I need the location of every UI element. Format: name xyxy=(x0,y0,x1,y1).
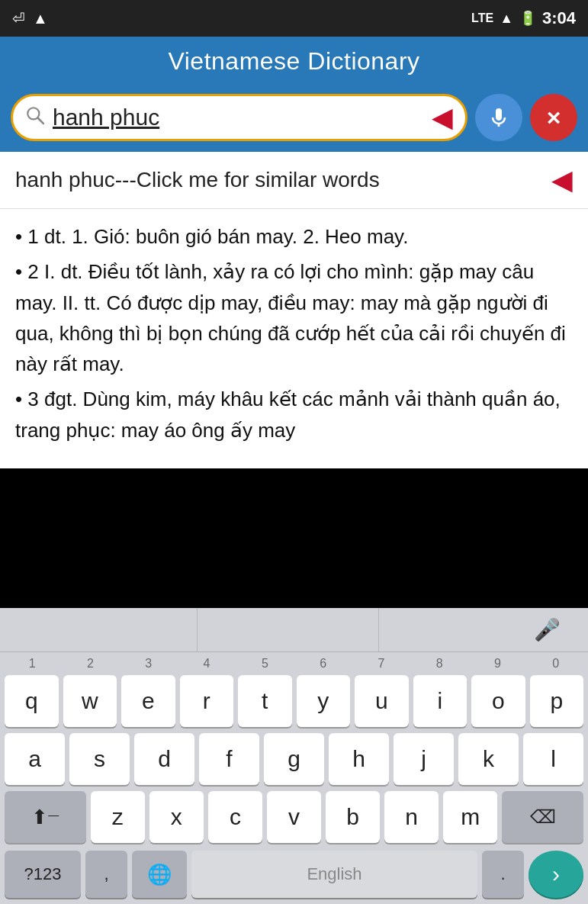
keyboard-row-3: ⬆— z x c v b n m ⌫ xyxy=(0,788,588,846)
key-c[interactable]: c xyxy=(208,791,262,843)
app-title: Vietnamese Dictionary xyxy=(168,47,419,75)
mic-button[interactable] xyxy=(475,94,522,141)
number-row: 1 2 3 4 5 6 7 8 9 0 xyxy=(0,652,588,672)
num-key-6: 6 xyxy=(294,655,352,672)
search-area: hanh phuc ◀ × xyxy=(0,86,588,152)
definition-line-3: • 3 đgt. Dùng kim, máy khâu kết các mảnh… xyxy=(15,384,573,446)
key-o[interactable]: o xyxy=(471,675,525,727)
app-header: Vietnamese Dictionary xyxy=(0,37,588,86)
notification-icon: ⏎ xyxy=(12,9,25,27)
key-f[interactable]: f xyxy=(199,733,259,785)
arrow-right-icon: ◀ xyxy=(551,164,573,196)
key-l[interactable]: l xyxy=(523,733,583,785)
num-key-2: 2 xyxy=(61,655,119,672)
signal-icon: ▲ xyxy=(500,11,513,27)
arrow-left-icon: ◀ xyxy=(432,101,453,134)
num-sym-key[interactable]: ?123 xyxy=(5,851,81,898)
search-box[interactable]: hanh phuc ◀ xyxy=(11,94,468,141)
go-button[interactable]: › xyxy=(529,851,583,898)
key-m[interactable]: m xyxy=(443,791,497,843)
num-key-1: 1 xyxy=(3,655,61,672)
keyboard: 🎤 1 2 3 4 5 6 7 8 9 0 q w e r t y u i o … xyxy=(0,608,588,904)
key-y[interactable]: y xyxy=(297,675,351,727)
num-key-5: 5 xyxy=(236,655,294,672)
key-s[interactable]: s xyxy=(69,733,130,785)
key-b[interactable]: b xyxy=(326,791,380,843)
key-w[interactable]: w xyxy=(63,675,117,727)
svg-line-1 xyxy=(38,117,43,123)
go-icon: › xyxy=(552,861,560,887)
suggestion-bar[interactable]: hanh phuc---Click me for similar words ◀ xyxy=(0,152,588,209)
key-d[interactable]: d xyxy=(134,733,194,785)
key-k[interactable]: k xyxy=(458,733,519,785)
key-t[interactable]: t xyxy=(238,675,292,727)
num-key-9: 9 xyxy=(468,655,526,672)
key-i[interactable]: i xyxy=(413,675,468,727)
key-u[interactable]: u xyxy=(355,675,409,727)
keyboard-mic-icon[interactable]: 🎤 xyxy=(534,617,561,642)
lte-label: LTE xyxy=(471,11,493,25)
key-e[interactable]: e xyxy=(121,675,175,727)
num-key-4: 4 xyxy=(178,655,236,672)
comma-key[interactable]: , xyxy=(85,851,127,898)
key-q[interactable]: q xyxy=(5,675,59,727)
key-a[interactable]: a xyxy=(5,733,65,785)
backspace-key[interactable]: ⌫ xyxy=(502,791,583,843)
num-key-7: 7 xyxy=(352,655,410,672)
key-p[interactable]: p xyxy=(530,675,584,727)
num-key-3: 3 xyxy=(120,655,178,672)
key-v[interactable]: v xyxy=(267,791,321,843)
num-key-0: 0 xyxy=(527,655,585,672)
status-right-icons: LTE ▲ 🔋 3:04 xyxy=(471,8,576,28)
key-z[interactable]: z xyxy=(91,791,145,843)
status-time: 3:04 xyxy=(542,8,576,28)
key-g[interactable]: g xyxy=(264,733,324,785)
shift-key[interactable]: ⬆— xyxy=(5,791,86,843)
definition-line-1: • 1 dt. 1. Gió: buôn gió bán may. 2. Heo… xyxy=(15,221,573,252)
globe-key[interactable]: 🌐 xyxy=(132,851,187,898)
suggestion-text: hanh phuc---Click me for similar words xyxy=(15,168,380,192)
search-icon xyxy=(25,105,45,130)
key-x[interactable]: x xyxy=(149,791,204,843)
key-h[interactable]: h xyxy=(329,733,389,785)
keyboard-top-row: 🎤 xyxy=(0,608,588,652)
keyboard-row-1: q w e r t y u i o p xyxy=(0,672,588,730)
keyboard-bottom-row: ?123 , 🌐 English . › xyxy=(0,846,588,904)
key-n[interactable]: n xyxy=(384,791,439,843)
globe-icon: 🌐 xyxy=(147,863,172,886)
space-key[interactable]: English xyxy=(191,851,477,898)
key-r[interactable]: r xyxy=(180,675,234,727)
num-key-8: 8 xyxy=(410,655,468,672)
keyboard-row-2: a s d f g h j k l xyxy=(0,730,588,788)
definition-line-2: • 2 I. dt. Điều tốt lành, xảy ra có lợi … xyxy=(15,256,573,379)
period-key[interactable]: . xyxy=(482,851,524,898)
search-input[interactable]: hanh phuc xyxy=(53,105,424,130)
dictionary-content: • 1 dt. 1. Gió: buôn gió bán may. 2. Heo… xyxy=(0,209,588,468)
clear-button[interactable]: × xyxy=(530,94,577,141)
android-icon: ▲ xyxy=(33,10,48,27)
status-left-icons: ⏎ ▲ xyxy=(12,9,48,27)
status-bar: ⏎ ▲ LTE ▲ 🔋 3:04 xyxy=(0,0,588,37)
key-j[interactable]: j xyxy=(394,733,454,785)
battery-icon: 🔋 xyxy=(519,10,536,27)
